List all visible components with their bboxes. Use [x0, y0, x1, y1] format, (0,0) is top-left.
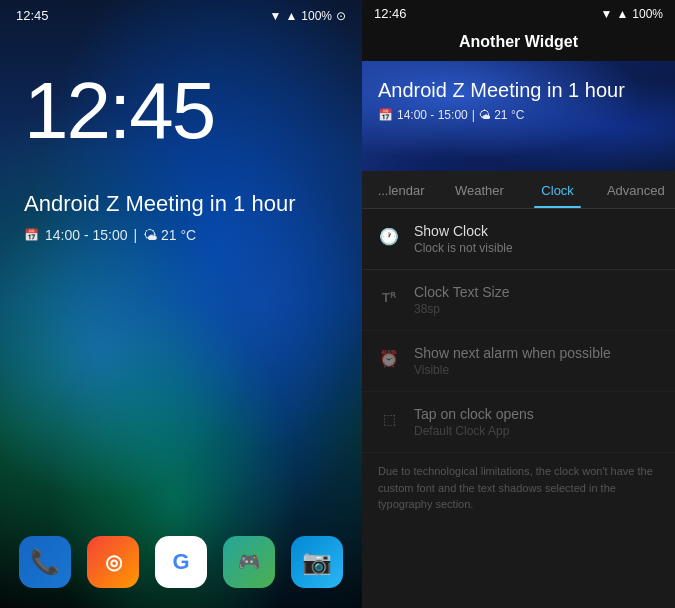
wifi-icon: ▼: [270, 9, 282, 23]
footer-note-text: Due to technological limitations, the cl…: [378, 465, 653, 510]
setting-show-clock-title: Show Clock: [414, 223, 659, 239]
setting-show-alarm[interactable]: ⏰ Show next alarm when possible Visible: [362, 331, 675, 392]
setting-clock-text-size-text: Clock Text Size 38sp: [414, 284, 659, 316]
tab-weather[interactable]: Weather: [440, 171, 518, 208]
dock-camera[interactable]: 📷: [291, 536, 343, 588]
dock-chrome[interactable]: ◎: [87, 536, 139, 588]
setting-tap-clock-title: Tap on clock opens: [414, 406, 659, 422]
setting-show-alarm-text: Show next alarm when possible Visible: [414, 345, 659, 377]
left-panel: 12:45 ▼ ▲ 100% ⊙ 12:45 Android Z Meeting…: [0, 0, 362, 608]
calendar-icon: 📅: [24, 228, 39, 242]
dock: 📞 ◎ G 🎮 📷: [0, 536, 362, 588]
tab-calendar-label: ...lendar: [378, 183, 425, 198]
right-battery-label: 100%: [632, 7, 663, 21]
left-event-title: Android Z Meeting in 1 hour: [24, 191, 338, 217]
target-icon: ⊙: [336, 9, 346, 23]
setting-tap-clock-subtitle: Default Clock App: [414, 424, 659, 438]
widget-calendar-icon: 📅: [378, 108, 393, 122]
right-status-bar: 12:46 ▼ ▲ 100%: [362, 0, 675, 27]
right-panel: 12:46 ▼ ▲ 100% Another Widget Android Z …: [362, 0, 675, 608]
separator: |: [134, 227, 138, 243]
widget-preview-content: Android Z Meeting in 1 hour 📅 14:00 - 15…: [362, 61, 675, 132]
settings-list: 🕐 Show Clock Clock is not visible Tᴿ Clo…: [362, 209, 675, 608]
left-event-time: 14:00 - 15:00: [45, 227, 128, 243]
dock-phone[interactable]: 📞: [19, 536, 71, 588]
phone-icon: 📞: [30, 548, 60, 576]
setting-show-clock[interactable]: 🕐 Show Clock Clock is not visible: [362, 209, 675, 270]
clock-icon: 🕐: [378, 225, 400, 247]
widget-preview: Android Z Meeting in 1 hour 📅 14:00 - 15…: [362, 61, 675, 171]
tab-advanced[interactable]: Advanced: [597, 171, 675, 208]
text-size-icon: Tᴿ: [378, 286, 400, 308]
right-time: 12:46: [374, 6, 407, 21]
left-status-icons: ▼ ▲ 100% ⊙: [270, 9, 346, 23]
left-content: 12:45 Android Z Meeting in 1 hour 📅 14:0…: [0, 31, 362, 263]
left-status-bar: 12:45 ▼ ▲ 100% ⊙: [0, 0, 362, 31]
widget-separator: |: [472, 108, 475, 122]
footer-note: Due to technological limitations, the cl…: [362, 453, 675, 529]
widget-event-details: 📅 14:00 - 15:00 | 🌤 21 °C: [378, 108, 659, 122]
right-signal-icon: ▲: [616, 7, 628, 21]
tab-weather-label: Weather: [455, 183, 504, 198]
widget-weather: 🌤 21 °C: [479, 108, 524, 122]
left-time: 12:45: [16, 8, 49, 23]
setting-tap-clock-text: Tap on clock opens Default Clock App: [414, 406, 659, 438]
setting-show-clock-text: Show Clock Clock is not visible: [414, 223, 659, 255]
setting-show-clock-subtitle: Clock is not visible: [414, 241, 659, 255]
setting-tap-clock[interactable]: ⬚ Tap on clock opens Default Clock App: [362, 392, 675, 453]
left-event-details: 📅 14:00 - 15:00 | 🌤 21 °C: [24, 227, 338, 243]
alarm-icon: ⏰: [378, 347, 400, 369]
setting-show-alarm-title: Show next alarm when possible: [414, 345, 659, 361]
tap-clock-icon: ⬚: [378, 408, 400, 430]
setting-clock-text-size[interactable]: Tᴿ Clock Text Size 38sp: [362, 270, 675, 331]
signal-icon: ▲: [285, 9, 297, 23]
dock-google[interactable]: G: [155, 536, 207, 588]
battery-label: 100%: [301, 9, 332, 23]
dock-app4[interactable]: 🎮: [223, 536, 275, 588]
google-icon: G: [172, 549, 189, 575]
setting-clock-text-size-title: Clock Text Size: [414, 284, 659, 300]
tab-calendar[interactable]: ...lendar: [362, 171, 440, 208]
tab-clock[interactable]: Clock: [519, 171, 597, 208]
chrome-icon: ◎: [105, 550, 122, 574]
setting-show-alarm-subtitle: Visible: [414, 363, 659, 377]
widget-event-time: 14:00 - 15:00: [397, 108, 468, 122]
right-header: Another Widget: [362, 27, 675, 61]
right-status-icons: ▼ ▲ 100%: [601, 7, 663, 21]
app-title: Another Widget: [459, 33, 578, 50]
app4-icon: 🎮: [238, 551, 260, 573]
camera-icon: 📷: [302, 548, 332, 576]
left-weather: 🌤 21 °C: [143, 227, 196, 243]
tab-clock-label: Clock: [541, 183, 574, 198]
left-clock: 12:45: [24, 71, 338, 151]
tab-advanced-label: Advanced: [607, 183, 665, 198]
widget-event-title: Android Z Meeting in 1 hour: [378, 79, 659, 102]
right-wifi-icon: ▼: [601, 7, 613, 21]
setting-clock-text-size-subtitle: 38sp: [414, 302, 659, 316]
tabs-container: ...lendar Weather Clock Advanced: [362, 171, 675, 209]
